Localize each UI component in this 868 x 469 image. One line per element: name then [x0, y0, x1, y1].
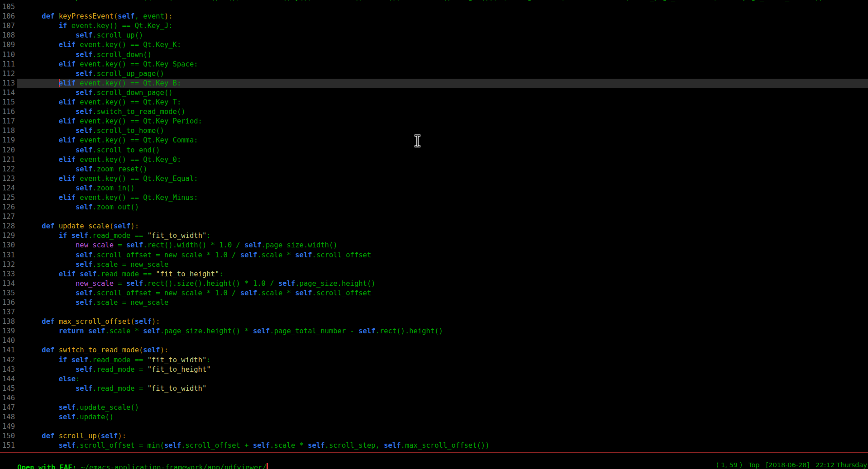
- code-line: 147 self.update_scale(): [0, 403, 868, 412]
- code-text[interactable]: elif event.key() == Qt.Key_0:: [17, 155, 868, 165]
- code-text[interactable]: elif event.key() == Qt.Key_K:: [17, 40, 868, 50]
- line-number: 141: [0, 346, 15, 355]
- line-number: 146: [0, 393, 15, 403]
- code-text[interactable]: elif event.key() == Qt.Key_Comma:: [17, 136, 868, 145]
- code-text[interactable]: new_scale = self.rect().width() * 1.0 / …: [17, 241, 868, 250]
- code-text[interactable]: [17, 336, 868, 346]
- minibuffer[interactable]: Open with EAF: ~/emacs-application-frame…: [0, 454, 268, 469]
- line-number: 105: [0, 2, 15, 12]
- minibuffer-cursor: [267, 463, 268, 469]
- code-text[interactable]: self.scroll_down_page(): [17, 88, 868, 98]
- code-line: 125 elif event.key() == Qt.Key_Minus:: [0, 193, 868, 203]
- code-line: 111 elif event.key() == Qt.Key_Space:: [0, 60, 868, 69]
- line-number: 150: [0, 431, 15, 441]
- line-number: 143: [0, 365, 15, 374]
- line-number: 125: [0, 193, 15, 203]
- code-line: 143 self.read_mode = "fit_to_height": [0, 365, 868, 374]
- code-text[interactable]: self.read_mode = "fit_to_width": [17, 384, 868, 393]
- code-text[interactable]: [17, 422, 868, 431]
- code-text[interactable]: [17, 2, 868, 12]
- code-line: 144 else:: [0, 374, 868, 384]
- code-text[interactable]: def switch_to_read_mode(self):: [17, 346, 868, 355]
- line-number: 119: [0, 136, 15, 145]
- code-line: 135 self.scroll_offset = new_scale * 1.0…: [0, 289, 868, 298]
- code-text[interactable]: self.switch_to_read_mode(): [17, 107, 868, 117]
- code-text[interactable]: elif event.key() == Qt.Key_T:: [17, 98, 868, 107]
- code-line: 133 elif self.read_mode == "fit_to_heigh…: [0, 270, 868, 279]
- code-text[interactable]: self.scroll_offset = new_scale * 1.0 / s…: [17, 251, 868, 260]
- line-number: 140: [0, 336, 15, 346]
- code-text[interactable]: self.scroll_to_home(): [17, 126, 868, 136]
- line-number: 108: [0, 31, 15, 40]
- code-text[interactable]: def update_scale(self):: [17, 222, 868, 231]
- code-line: 132 self.scale = new_scale: [0, 260, 868, 270]
- code-text[interactable]: elif event.key() == Qt.Key_Equal:: [17, 174, 868, 184]
- line-number: 116: [0, 107, 15, 117]
- code-line: 130 new_scale = self.rect().width() * 1.…: [0, 241, 868, 250]
- code-text[interactable]: self.scroll_offset = new_scale * 1.0 / s…: [17, 289, 868, 298]
- code-line: 140: [0, 336, 868, 346]
- code-text[interactable]: new_scale = self.rect().size().height() …: [17, 279, 868, 289]
- code-line: 106 def keyPressEvent(self, event):: [0, 12, 868, 21]
- code-text[interactable]: def scroll_up(self):: [17, 431, 868, 441]
- code-text[interactable]: if self.read_mode == "fit_to_width":: [17, 355, 868, 365]
- code-text[interactable]: elif event.key() == Qt.Key_B:: [17, 79, 868, 88]
- code-line: 124 self.zoom_in(): [0, 184, 868, 193]
- code-line: 123 elif event.key() == Qt.Key_Equal:: [0, 174, 868, 184]
- line-number: 151: [0, 441, 15, 450]
- code-text[interactable]: elif event.key() == Qt.Key_Period:: [17, 117, 868, 126]
- line-number: 109: [0, 40, 15, 50]
- minibuffer-input[interactable]: ~/emacs-application-framework/app/pdfvie…: [81, 464, 267, 469]
- line-number: 136: [0, 298, 15, 308]
- code-text[interactable]: elif event.key() == Qt.Key_Minus:: [17, 193, 868, 203]
- code-text[interactable]: self.scroll_up_page(): [17, 69, 868, 79]
- code-text[interactable]: [17, 212, 868, 222]
- code-text[interactable]: def keyPressEvent(self, event):: [17, 12, 868, 21]
- emacs-frame: painter.drawText(QRect(self.rect().x(), …: [0, 0, 868, 469]
- line-number: 113: [0, 79, 15, 88]
- code-text[interactable]: def max_scroll_offset(self):: [17, 317, 868, 327]
- line-number: 114: [0, 88, 15, 98]
- code-text[interactable]: self.update_scale(): [17, 403, 868, 412]
- line-number: 131: [0, 251, 15, 260]
- code-text[interactable]: self.scroll_offset = min(self.scroll_off…: [17, 441, 868, 450]
- code-text[interactable]: return self.scale * self.page_size.heigh…: [17, 327, 868, 336]
- line-number: 120: [0, 146, 15, 155]
- line-number: 149: [0, 422, 15, 431]
- code-line: 149: [0, 422, 868, 431]
- code-text[interactable]: if event.key() == Qt.Key_J:: [17, 21, 868, 31]
- code-text[interactable]: self.read_mode = "fit_to_height": [17, 365, 868, 374]
- code-line: 118 self.scroll_to_home(): [0, 126, 868, 136]
- status-time: 22:12 Thursday: [816, 461, 867, 469]
- code-line: 127: [0, 212, 868, 222]
- code-text[interactable]: [17, 308, 868, 317]
- code-text[interactable]: elif self.read_mode == "fit_to_height":: [17, 270, 868, 279]
- line-number: 135: [0, 289, 15, 298]
- code-line: 146: [0, 393, 868, 403]
- code-text[interactable]: self.scroll_up(): [17, 31, 868, 40]
- code-line: 119 elif event.key() == Qt.Key_Comma:: [0, 136, 868, 145]
- line-number: 142: [0, 355, 15, 365]
- code-text[interactable]: self.zoom_out(): [17, 203, 868, 212]
- code-text[interactable]: self.scroll_to_end(): [17, 146, 868, 155]
- line-number: 145: [0, 384, 15, 393]
- code-area[interactable]: painter.drawText(QRect(self.rect().x(), …: [0, 0, 868, 451]
- code-text[interactable]: self.update(): [17, 412, 868, 422]
- line-number: 107: [0, 21, 15, 31]
- code-line: 116 self.switch_to_read_mode(): [0, 107, 868, 117]
- code-text[interactable]: if self.read_mode == "fit_to_width":: [17, 231, 868, 241]
- code-text[interactable]: elif event.key() == Qt.Key_Space:: [17, 60, 868, 69]
- minibuffer-prompt: Open with EAF:: [17, 464, 81, 469]
- code-text[interactable]: self.zoom_in(): [17, 184, 868, 193]
- code-text[interactable]: self.zoom_reset(): [17, 165, 868, 174]
- code-line: 137: [0, 308, 868, 317]
- code-text[interactable]: else:: [17, 374, 868, 384]
- code-text[interactable]: [17, 393, 868, 403]
- code-text[interactable]: self.scroll_down(): [17, 50, 868, 60]
- code-text[interactable]: self.scale = new_scale: [17, 298, 868, 308]
- status-date: [2018-06-28]: [766, 461, 810, 469]
- code-text[interactable]: self.scale = new_scale: [17, 260, 868, 270]
- line-number: 126: [0, 203, 15, 212]
- line-number: 133: [0, 270, 15, 279]
- line-number: 124: [0, 184, 15, 193]
